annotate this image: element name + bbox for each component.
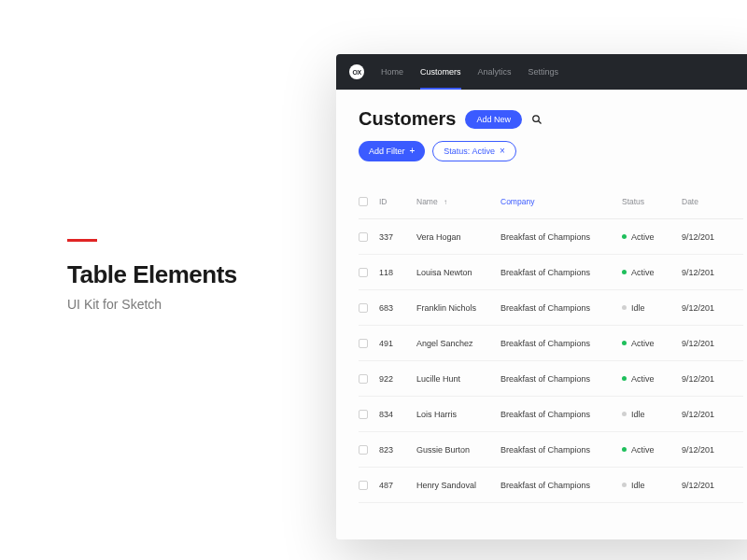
status-dot-icon (622, 270, 627, 274)
content-area: Customers Add New Add Filter + Status: A… (336, 90, 747, 539)
col-name[interactable]: Name ↑ (416, 197, 500, 206)
cell-status: Idle (622, 303, 682, 313)
cell-id: 337 (379, 232, 416, 242)
cell-id: 491 (379, 339, 416, 348)
table-row[interactable]: 118Louisa NewtonBreakfast of ChampionsAc… (359, 255, 743, 290)
cell-company: Breakfast of Champions (500, 374, 622, 384)
cell-status: Active (622, 339, 682, 348)
cell-status: Active (622, 268, 682, 277)
table-header-row: ID Name ↑ Company Status Date (359, 184, 743, 219)
status-label: Active (631, 374, 655, 384)
select-all-checkbox[interactable] (359, 197, 368, 206)
status-dot-icon (622, 234, 627, 239)
cell-id: 487 (379, 481, 416, 490)
status-label: Idle (631, 303, 645, 313)
search-icon[interactable] (531, 114, 543, 125)
status-dot-icon (622, 376, 627, 381)
row-checkbox[interactable] (359, 268, 368, 277)
table-row[interactable]: 834Lois HarrisBreakfast of ChampionsIdle… (359, 397, 743, 432)
close-icon[interactable]: × (500, 147, 505, 156)
svg-line-1 (539, 120, 542, 123)
page-title: Customers (359, 108, 456, 130)
add-new-button[interactable]: Add New (465, 110, 522, 129)
cell-date: 9/12/201 (682, 339, 743, 348)
row-checkbox[interactable] (359, 445, 368, 455)
cell-id: 118 (379, 268, 416, 277)
add-filter-label: Add Filter (369, 147, 405, 156)
svg-point-0 (533, 115, 540, 121)
logo[interactable]: OX (349, 64, 364, 79)
row-checkbox[interactable] (359, 481, 368, 490)
promo-block: Table Elements UI Kit for Sketch (67, 239, 237, 312)
status-label: Active (631, 339, 655, 348)
cell-company: Breakfast of Champions (500, 445, 622, 455)
status-label: Active (631, 445, 655, 455)
add-filter-chip[interactable]: Add Filter + (359, 141, 425, 161)
status-active-filter-chip[interactable]: Status: Active × (432, 141, 515, 161)
table-row[interactable]: 337Vera HoganBreakfast of ChampionsActiv… (359, 219, 743, 255)
cell-status: Active (622, 232, 682, 242)
cell-name: Henry Sandoval (416, 481, 500, 490)
page-header: Customers Add New (359, 108, 743, 130)
table-row[interactable]: 823Gussie BurtonBreakfast of ChampionsAc… (359, 432, 743, 468)
table-row[interactable]: 487Henry SandovalBreakfast of ChampionsI… (359, 468, 743, 503)
cell-date: 9/12/201 (682, 303, 743, 313)
cell-date: 9/12/201 (682, 410, 743, 419)
cell-date: 9/12/201 (682, 481, 743, 490)
cell-name: Angel Sanchez (416, 339, 500, 348)
row-checkbox[interactable] (359, 232, 368, 242)
cell-company: Breakfast of Champions (500, 232, 622, 242)
cell-date: 9/12/201 (682, 445, 743, 455)
nav-item-customers[interactable]: Customers (420, 54, 461, 90)
nav-item-home[interactable]: Home (381, 54, 403, 90)
cell-company: Breakfast of Champions (500, 410, 622, 419)
cell-status: Active (622, 374, 682, 384)
promo-title: Table Elements (67, 260, 237, 289)
status-label: Idle (631, 481, 645, 490)
app-window: OX HomeCustomersAnalyticsSettings Custom… (336, 54, 747, 539)
sort-ascending-icon: ↑ (444, 198, 447, 206)
cell-id: 922 (379, 374, 416, 384)
cell-name: Gussie Burton (416, 445, 500, 455)
status-label: Active (631, 232, 655, 242)
cell-company: Breakfast of Champions (500, 339, 622, 348)
table-row[interactable]: 683Franklin NicholsBreakfast of Champion… (359, 290, 743, 326)
status-label: Idle (631, 410, 645, 419)
accent-bar (67, 239, 97, 242)
table-row[interactable]: 491Angel SanchezBreakfast of ChampionsAc… (359, 326, 743, 361)
table-row[interactable]: 922Lucille HuntBreakfast of ChampionsAct… (359, 361, 743, 397)
nav-item-settings[interactable]: Settings (529, 54, 559, 90)
row-checkbox[interactable] (359, 374, 368, 384)
status-dot-icon (622, 341, 627, 345)
cell-id: 823 (379, 445, 416, 455)
row-checkbox[interactable] (359, 410, 368, 419)
col-date[interactable]: Date (682, 197, 743, 206)
status-label: Active (631, 268, 655, 277)
cell-date: 9/12/201 (682, 268, 743, 277)
cell-name: Vera Hogan (416, 232, 500, 242)
row-checkbox[interactable] (359, 339, 368, 348)
cell-id: 834 (379, 410, 416, 419)
promo-subtitle: UI Kit for Sketch (67, 297, 237, 312)
cell-name: Franklin Nichols (416, 303, 500, 313)
cell-date: 9/12/201 (682, 232, 743, 242)
filter-bar: Add Filter + Status: Active × (359, 141, 743, 161)
col-status[interactable]: Status (622, 197, 682, 206)
status-filter-label: Status: Active (444, 147, 495, 156)
status-dot-icon (622, 412, 627, 416)
cell-name: Lucille Hunt (416, 374, 500, 384)
col-id[interactable]: ID (379, 197, 416, 206)
cell-company: Breakfast of Champions (500, 303, 622, 313)
cell-company: Breakfast of Champions (500, 268, 622, 277)
plus-icon: + (410, 147, 416, 156)
cell-company: Breakfast of Champions (500, 481, 622, 490)
nav-item-analytics[interactable]: Analytics (478, 54, 512, 90)
col-name-label: Name (416, 197, 438, 206)
col-company[interactable]: Company (500, 197, 622, 206)
cell-date: 9/12/201 (682, 374, 743, 384)
navbar: OX HomeCustomersAnalyticsSettings (336, 54, 747, 90)
cell-name: Louisa Newton (416, 268, 500, 277)
row-checkbox[interactable] (359, 303, 368, 313)
status-dot-icon (622, 305, 627, 310)
cell-status: Idle (622, 410, 682, 419)
